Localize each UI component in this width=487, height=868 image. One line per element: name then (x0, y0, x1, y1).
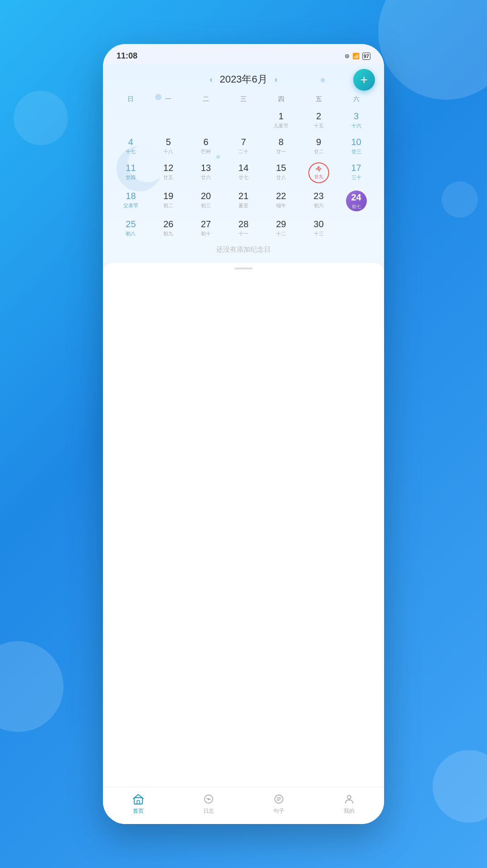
bg-decoration-2 (0, 641, 63, 732)
cal-day-1[interactable]: 1 儿童节 (262, 107, 300, 133)
nav-home[interactable]: 首页 (132, 793, 145, 815)
cal-day-2[interactable]: 2 十五 (300, 107, 337, 133)
cal-day-27[interactable]: 27 初十 (187, 215, 225, 241)
nav-profile-label: 我的 (344, 807, 355, 815)
cal-day-22[interactable]: 22 端午 (262, 187, 300, 215)
empty-note-text: 还没有添加纪念日 (216, 245, 271, 253)
cal-day-10[interactable]: 10 廿三 (337, 133, 375, 159)
vibrate-icon: ⊛ (345, 53, 350, 59)
cal-day-17[interactable]: 17 三十 (337, 159, 375, 187)
status-time: 11:08 (117, 51, 137, 61)
nav-profile[interactable]: 我的 (343, 793, 356, 815)
cal-day-9[interactable]: 9 廿二 (300, 133, 337, 159)
bg-decoration-5 (442, 181, 478, 218)
svg-rect-0 (134, 798, 142, 804)
diary-icon (202, 793, 215, 805)
cal-day-29[interactable]: 29 十二 (262, 215, 300, 241)
nav-diary[interactable]: 日志 (202, 793, 215, 815)
bottom-nav: 首页 日志 句子 (103, 787, 384, 824)
cal-empty-2 (150, 107, 187, 133)
weekday-sat: 六 (337, 93, 375, 105)
weekday-fri: 五 (300, 93, 337, 105)
cal-day-18[interactable]: 18 父亲节 (112, 187, 150, 215)
quote-icon (273, 793, 285, 805)
weekday-tue: 二 (187, 93, 225, 105)
cal-day-15[interactable]: 15 廿八 (262, 159, 300, 187)
wifi-icon: 📶 (352, 53, 360, 59)
phone-container: 11:08 ⊛ 📶 97 ‹ 2023年6月 › + 日 一 二 三 四 五 六 (103, 44, 384, 824)
status-icons: ⊛ 📶 97 (345, 53, 370, 60)
cal-day-7[interactable]: 7 二十 (225, 133, 263, 159)
next-month-button[interactable]: › (275, 75, 278, 84)
cal-day-25[interactable]: 25 初八 (112, 215, 150, 241)
profile-icon (343, 793, 356, 805)
weekday-row: 日 一 二 三 四 五 六 (112, 93, 375, 105)
nav-quote[interactable]: 句子 (273, 793, 285, 815)
weekday-sun: 日 (112, 93, 150, 105)
weekday-wed: 三 (225, 93, 263, 105)
nav-quote-label: 句子 (273, 807, 284, 815)
note-section (103, 263, 384, 787)
calendar-grid: 1 儿童节 2 十五 3 十六 (112, 107, 375, 241)
cal-day-5[interactable]: 5 十八 (150, 133, 187, 159)
month-title: 2023年6月 (219, 73, 267, 86)
cal-day-16-today[interactable]: 今 廿九 (300, 159, 337, 187)
home-icon (132, 793, 145, 805)
cal-day-20[interactable]: 20 初三 (187, 187, 225, 215)
cal-day-3[interactable]: 3 十六 (337, 107, 375, 133)
month-header: ‹ 2023年6月 › + (112, 69, 375, 93)
cal-day-11[interactable]: 11 廿四 (112, 159, 150, 187)
battery-icon: 97 (362, 53, 370, 60)
cal-day-24-selected[interactable]: 24 初七 (337, 187, 375, 215)
cal-empty-4 (225, 107, 263, 133)
dot-deco-1 (155, 94, 161, 100)
add-event-button[interactable]: + (353, 69, 375, 91)
drag-handle[interactable] (234, 268, 253, 269)
cal-day-19[interactable]: 19 初二 (150, 187, 187, 215)
cal-day-21[interactable]: 21 夏至 (225, 187, 263, 215)
status-bar: 11:08 ⊛ 📶 97 (103, 44, 384, 64)
cal-day-26[interactable]: 26 初九 (150, 215, 187, 241)
bg-decoration-3 (433, 750, 487, 823)
calendar-section: ‹ 2023年6月 › + 日 一 二 三 四 五 六 1 (103, 64, 384, 263)
bg-decoration-1 (378, 0, 487, 100)
cal-empty-1 (112, 107, 150, 133)
nav-home-label: 首页 (133, 807, 144, 815)
cal-day-30[interactable]: 30 十三 (300, 215, 337, 241)
cal-day-4[interactable]: 4 十七 (112, 133, 150, 159)
cal-empty-3 (187, 107, 225, 133)
bg-decoration-4 (14, 91, 68, 145)
cal-day-6[interactable]: 6 芒种 (187, 133, 225, 159)
svg-point-3 (208, 798, 209, 800)
prev-month-button[interactable]: ‹ (209, 75, 212, 84)
nav-diary-label: 日志 (203, 807, 214, 815)
weekday-thu: 四 (262, 93, 300, 105)
cal-day-28[interactable]: 28 十一 (225, 215, 263, 241)
cal-day-14[interactable]: 14 廿七 (225, 159, 263, 187)
cal-day-12[interactable]: 12 廿五 (150, 159, 187, 187)
cal-empty-end (337, 215, 375, 241)
cal-day-13[interactable]: 13 廿六 (187, 159, 225, 187)
cal-day-23[interactable]: 23 初六 (300, 187, 337, 215)
cal-day-8[interactable]: 8 廿一 (262, 133, 300, 159)
svg-point-8 (347, 795, 351, 799)
empty-note-container: 还没有添加纪念日 (112, 241, 375, 256)
svg-rect-1 (137, 800, 140, 804)
